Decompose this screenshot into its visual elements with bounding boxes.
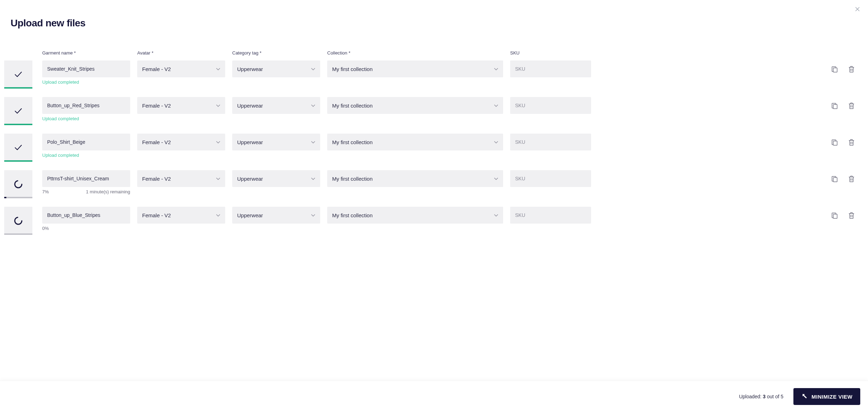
progress-bar (4, 124, 32, 125)
header-garment: Garment name * (42, 50, 76, 56)
progress-track (4, 233, 32, 235)
check-icon (14, 107, 23, 116)
category-select[interactable]: Upperwear (232, 134, 320, 150)
chevron-down-icon (311, 212, 315, 218)
avatar-select[interactable]: Female - V2 (137, 170, 225, 187)
copy-icon[interactable] (830, 101, 839, 110)
progress-track (4, 197, 32, 198)
copy-icon[interactable] (830, 65, 839, 74)
sku-input[interactable] (510, 170, 591, 187)
chevron-down-icon (216, 66, 220, 72)
upload-list: Garment name * Avatar * Category tag * C… (0, 29, 868, 381)
chevron-down-icon (216, 212, 220, 218)
upload-thumbnail (4, 207, 32, 235)
sku-input[interactable] (510, 97, 591, 114)
header-category: Category tag * (232, 50, 261, 56)
chevron-down-icon (216, 103, 220, 108)
upload-row: Upload completedFemale - V2UpperwearMy f… (4, 131, 861, 168)
upload-row: 0%Female - V2UpperwearMy first collectio… (4, 205, 861, 241)
status-completed: Upload completed (42, 116, 130, 121)
category-select[interactable]: Upperwear (232, 207, 320, 224)
progress-percent: 7% (42, 189, 49, 194)
upload-thumbnail (4, 170, 32, 198)
sku-input[interactable] (510, 134, 591, 150)
status-completed: Upload completed (42, 79, 130, 85)
svg-rect-1 (833, 104, 837, 109)
chevron-down-icon (494, 212, 498, 218)
svg-rect-4 (833, 178, 837, 182)
minimize-view-button[interactable]: MINIMIZE VIEW (793, 388, 861, 405)
sku-input[interactable] (510, 60, 591, 77)
progress-percent: 0% (42, 226, 49, 231)
upload-count: Uploaded: 3 out of 5 (739, 394, 783, 399)
progress-track (4, 160, 32, 162)
category-select[interactable]: Upperwear (232, 170, 320, 187)
chevron-down-icon (311, 176, 315, 181)
avatar-select[interactable]: Female - V2 (137, 60, 225, 77)
trash-icon[interactable] (847, 101, 856, 110)
upload-row: 7%1 minute(s) remainingFemale - V2Upperw… (4, 168, 861, 205)
chevron-down-icon (311, 103, 315, 108)
check-icon (14, 70, 23, 79)
svg-point-3 (15, 181, 22, 188)
svg-rect-6 (833, 214, 837, 218)
progress-bar (4, 197, 6, 198)
trash-icon[interactable] (847, 138, 856, 147)
status-uploading: 7%1 minute(s) remaining (42, 189, 130, 194)
collection-select[interactable]: My first collection (327, 97, 503, 114)
chevron-down-icon (216, 176, 220, 181)
copy-icon[interactable] (830, 211, 839, 220)
page-title: Upload new files (0, 0, 868, 29)
category-select[interactable]: Upperwear (232, 60, 320, 77)
upload-modal: Upload new files Garment name * Avatar *… (0, 0, 868, 412)
check-icon (14, 143, 23, 152)
avatar-select[interactable]: Female - V2 (137, 97, 225, 114)
garment-name-input[interactable] (42, 207, 130, 224)
trash-icon[interactable] (847, 65, 856, 74)
collection-select[interactable]: My first collection (327, 207, 503, 224)
copy-icon[interactable] (830, 138, 839, 147)
minimize-icon (801, 394, 807, 400)
chevron-down-icon (494, 66, 498, 72)
column-headers: Garment name * Avatar * Category tag * C… (4, 50, 861, 58)
copy-icon[interactable] (830, 174, 839, 184)
progress-track (4, 87, 32, 89)
spinner-icon (14, 180, 23, 189)
upload-thumbnail (4, 60, 32, 89)
chevron-down-icon (494, 176, 498, 181)
status-completed: Upload completed (42, 153, 130, 158)
sku-input[interactable] (510, 207, 591, 224)
svg-point-5 (15, 217, 22, 224)
remaining-time: 1 minute(s) remaining (86, 189, 130, 194)
progress-bar (4, 160, 32, 162)
collection-select[interactable]: My first collection (327, 134, 503, 150)
svg-rect-0 (833, 68, 837, 72)
modal-footer: Uploaded: 3 out of 5 MINIMIZE VIEW (0, 381, 868, 412)
garment-name-input[interactable] (42, 97, 130, 114)
minimize-label: MINIMIZE VIEW (812, 394, 853, 400)
garment-name-input[interactable] (42, 170, 130, 187)
svg-rect-2 (833, 141, 837, 145)
collection-select[interactable]: My first collection (327, 170, 503, 187)
header-collection: Collection * (327, 50, 350, 56)
garment-name-input[interactable] (42, 60, 130, 77)
progress-bar (4, 87, 32, 89)
upload-row: Upload completedFemale - V2UpperwearMy f… (4, 58, 861, 95)
close-icon[interactable] (854, 6, 861, 13)
chevron-down-icon (494, 103, 498, 108)
trash-icon[interactable] (847, 211, 856, 220)
collection-select[interactable]: My first collection (327, 60, 503, 77)
status-uploading: 0% (42, 226, 130, 231)
upload-row: Upload completedFemale - V2UpperwearMy f… (4, 95, 861, 131)
upload-thumbnail (4, 97, 32, 125)
avatar-select[interactable]: Female - V2 (137, 134, 225, 150)
upload-thumbnail (4, 134, 32, 162)
avatar-select[interactable]: Female - V2 (137, 207, 225, 224)
spinner-icon (14, 216, 23, 225)
garment-name-input[interactable] (42, 134, 130, 150)
trash-icon[interactable] (847, 174, 856, 184)
header-avatar: Avatar * (137, 50, 153, 56)
chevron-down-icon (311, 139, 315, 145)
category-select[interactable]: Upperwear (232, 97, 320, 114)
chevron-down-icon (216, 139, 220, 145)
